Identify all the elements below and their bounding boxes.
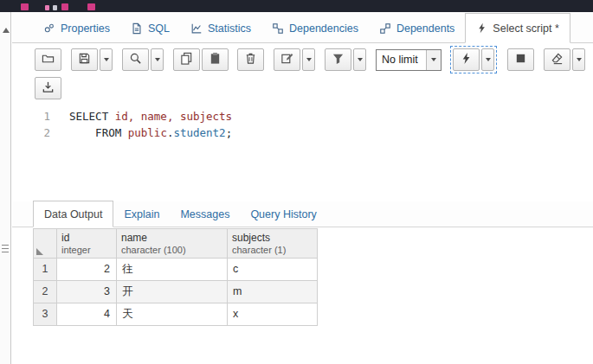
column-header-name[interactable]: name character (100) (117, 229, 228, 259)
grid-header-row: id integer name character (100) subjects… (34, 229, 318, 259)
dependents-icon (379, 22, 391, 35)
edit-dropdown-button[interactable] (302, 48, 315, 71)
grid-corner-cell[interactable] (34, 229, 57, 259)
table-row: 2 3 开 m (34, 281, 318, 303)
column-type: character (100) (121, 245, 227, 255)
execute-lightning-icon (460, 52, 473, 67)
stop-button[interactable] (507, 48, 534, 71)
row-number-cell[interactable]: 3 (34, 303, 57, 326)
data-cell-id[interactable]: 2 (57, 259, 117, 281)
chevron-down-icon (155, 58, 160, 61)
select-all-triangle-icon (36, 248, 43, 255)
data-cell-subjects[interactable]: x (228, 303, 318, 326)
execute-dropdown-button[interactable] (481, 48, 494, 71)
row-number-cell[interactable]: 1 (34, 259, 57, 281)
chevron-down-icon (486, 58, 491, 61)
tab-label: Explain (124, 208, 159, 220)
sql-table-name: student2 (173, 126, 225, 139)
floppy-save-icon (78, 52, 91, 67)
edit-button[interactable] (274, 48, 300, 71)
code-line[interactable]: FROM public.student2; (69, 125, 232, 141)
tab-dependencies[interactable]: Dependencies (261, 14, 369, 42)
editor-gutter: 1 2 (12, 108, 50, 141)
column-header-id[interactable]: id integer (57, 229, 117, 259)
line-number: 1 (12, 108, 50, 125)
chevron-down-icon (306, 58, 312, 61)
row-limit-value: No limit (377, 54, 426, 66)
data-cell-subjects[interactable]: m (228, 281, 318, 303)
clear-dropdown-button[interactable] (572, 48, 585, 71)
search-icon (129, 52, 142, 67)
tab-explain[interactable]: Explain (113, 201, 170, 227)
download-results-button[interactable] (35, 77, 61, 99)
tab-label: Properties (61, 22, 110, 35)
lightning-icon (476, 22, 487, 34)
stop-square-icon (514, 52, 527, 67)
table-row: 3 4 天 x (34, 303, 318, 326)
save-dropdown-button[interactable] (100, 48, 113, 71)
panel-resize-grip[interactable] (2, 242, 9, 258)
row-limit-select[interactable]: No limit (376, 49, 442, 71)
paste-clipboard-icon (209, 52, 222, 67)
column-header-subjects[interactable]: subjects character (1) (228, 229, 318, 259)
topbar-icon[interactable] (53, 5, 57, 10)
copy-icon (180, 52, 193, 67)
data-cell-name[interactable]: 开 (117, 281, 228, 303)
data-cell-name[interactable]: 往 (117, 259, 228, 281)
topbar-icon[interactable] (21, 3, 29, 10)
find-dropdown-button[interactable] (151, 48, 164, 71)
find-button[interactable] (122, 48, 149, 71)
tab-label: Statistics (208, 22, 251, 35)
data-cell-id[interactable]: 3 (57, 281, 117, 303)
editor-code[interactable]: SELECT id, name, subjects FROM public.st… (69, 108, 232, 141)
topbar-icon[interactable] (45, 5, 49, 10)
tab-label: Dependencies (289, 22, 358, 35)
paste-button[interactable] (202, 48, 229, 71)
tab-label: Data Output (44, 208, 102, 220)
chevron-down-icon (577, 58, 582, 61)
open-file-button[interactable] (35, 48, 61, 71)
filter-button[interactable] (325, 48, 351, 71)
gears-icon (43, 22, 55, 35)
open-folder-icon (42, 52, 55, 67)
scroll-up-icon[interactable] (3, 28, 10, 33)
execute-query-button[interactable] (453, 48, 480, 71)
copy-button[interactable] (173, 48, 200, 71)
tab-statistics[interactable]: Statistics (180, 14, 261, 42)
tab-properties[interactable]: Properties (33, 14, 120, 42)
code-line[interactable]: SELECT id, name, subjects (69, 108, 232, 125)
left-collapsed-panel[interactable] (0, 12, 11, 364)
tab-select-script[interactable]: Select script * (465, 13, 570, 43)
column-name: name (121, 232, 227, 244)
tab-label: Messages (180, 208, 229, 220)
tab-query-history[interactable]: Query History (240, 201, 326, 227)
filter-funnel-icon (332, 52, 345, 67)
row-number-cell[interactable]: 2 (34, 281, 57, 303)
sql-editor[interactable]: 1 2 SELECT id, name, subjects FROM publi… (12, 104, 593, 201)
sql-semicolon: ; (226, 126, 233, 139)
column-type: integer (61, 245, 116, 255)
data-cell-id[interactable]: 4 (57, 303, 117, 326)
tab-data-output[interactable]: Data Output (33, 201, 113, 227)
tab-label: Select script * (493, 22, 558, 35)
tab-sql[interactable]: SQL (120, 14, 180, 42)
filter-dropdown-button[interactable] (353, 48, 366, 71)
chevron-down-icon (104, 58, 109, 61)
select-dropdown-icon (426, 50, 441, 70)
output-tabbar: Data Output Explain Messages Query Histo… (12, 201, 593, 227)
object-tabbar: Properties SQL Statistics Dependencies D… (12, 14, 593, 43)
topbar-icon[interactable] (87, 3, 95, 10)
data-cell-subjects[interactable]: c (228, 259, 318, 281)
sql-identifiers: id, name, subjects (108, 110, 232, 123)
tab-messages[interactable]: Messages (170, 201, 240, 227)
clear-button[interactable] (544, 48, 570, 71)
topbar-icon[interactable] (61, 3, 68, 10)
sql-space (121, 126, 128, 139)
save-button[interactable] (71, 48, 98, 71)
data-cell-name[interactable]: 天 (117, 303, 228, 326)
table-row: 1 2 往 c (34, 259, 318, 281)
sql-document-icon (131, 22, 143, 35)
tab-dependents[interactable]: Dependents (369, 14, 465, 42)
column-name: subjects (232, 232, 317, 244)
delete-button[interactable] (237, 48, 264, 71)
